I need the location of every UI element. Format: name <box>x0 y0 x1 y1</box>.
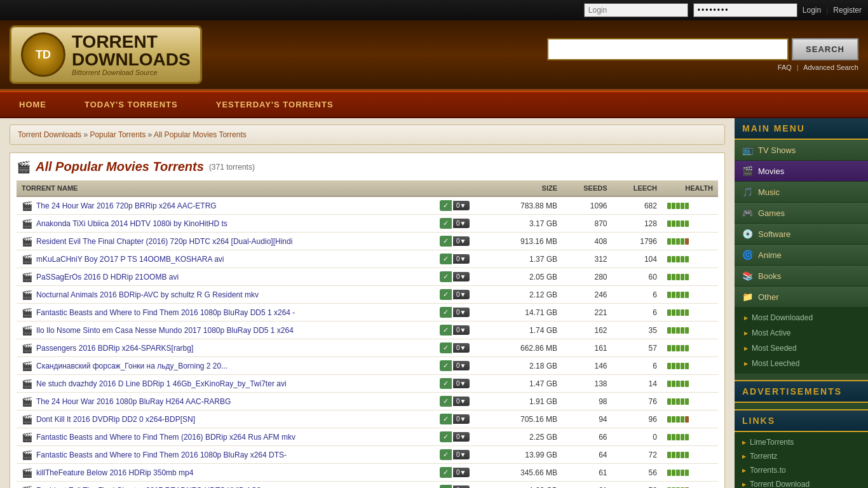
check-button[interactable]: ✓ <box>440 236 452 247</box>
download-button[interactable]: 0▼ <box>453 236 469 246</box>
health-seg <box>667 220 671 227</box>
link-torrents-to[interactable]: Torrents.to <box>735 463 868 477</box>
download-button[interactable]: 0▼ <box>453 432 469 442</box>
check-button[interactable]: ✓ <box>440 449 452 460</box>
torrent-link[interactable]: killTheFeature Below 2016 HDRip 350mb mp… <box>36 468 193 477</box>
download-button[interactable]: 0▼ <box>453 254 469 264</box>
download-button[interactable]: 0▼ <box>453 379 469 388</box>
download-button[interactable]: 0▼ <box>453 468 469 477</box>
check-button[interactable]: ✓ <box>440 307 452 318</box>
breadcrumb-home[interactable]: Torrent Downloads <box>18 130 81 139</box>
download-button[interactable]: 0▼ <box>453 343 469 353</box>
download-button[interactable]: 0▼ <box>453 450 469 459</box>
torrent-link[interactable]: PaSSagErOs 2016 D HDRip 21OOMB avi <box>36 273 179 281</box>
search-input[interactable] <box>547 38 789 60</box>
leech-cell: 104 <box>613 250 662 268</box>
torrent-link[interactable]: Скандинавский форсаж_Гонки на льду_Borni… <box>36 362 227 370</box>
torrent-link[interactable]: The 24 Hour War 2016 1080p BluRay H264 A… <box>36 397 231 406</box>
check-button[interactable]: ✓ <box>440 485 452 488</box>
health-cell <box>662 357 718 375</box>
torrent-name-cell: 🎬 Resident Evil The Final Chapter (2016)… <box>17 233 435 250</box>
torrent-link[interactable]: Fantastic Beasts and Where to Find Them … <box>36 433 295 442</box>
download-button[interactable]: 0▼ <box>453 201 469 210</box>
action-cell: ✓ 0▼ <box>435 268 493 286</box>
sidebar-item-other[interactable]: 📁Other <box>735 287 868 308</box>
breadcrumb-sep2: » <box>148 130 154 139</box>
download-button[interactable]: 0▼ <box>453 414 469 424</box>
register-button[interactable]: Register <box>833 6 862 15</box>
check-button[interactable]: ✓ <box>440 378 452 389</box>
health-seg <box>685 345 689 351</box>
check-button[interactable]: ✓ <box>440 200 452 211</box>
torrent-link[interactable]: Dont Kill It 2016 DVDRip DD2 0 x264-BDP[… <box>36 415 195 424</box>
download-button[interactable]: 0▼ <box>453 290 469 299</box>
leech-cell: 6 <box>613 286 662 304</box>
torrent-link[interactable]: Resident Evil The Final Chapter (2016) 7… <box>36 237 292 246</box>
link-torrent-download[interactable]: Torrent Download <box>735 477 868 488</box>
sidebar-item-anime[interactable]: 🌀Anime <box>735 245 868 266</box>
download-button[interactable]: 0▼ <box>453 272 469 281</box>
download-button[interactable]: 0▼ <box>453 219 469 228</box>
nav-yesterday[interactable]: YESTERDAY'S TORRENTS <box>197 92 353 117</box>
check-button[interactable]: ✓ <box>440 325 452 336</box>
search-button[interactable]: SEARCH <box>792 38 858 60</box>
sidebar-most-seeded[interactable]: Most Seeded <box>735 341 868 356</box>
health-seg <box>681 363 684 369</box>
torrent-link[interactable]: Ne stuch dvazhdy 2016 D Line BDRip 1 46G… <box>36 379 287 388</box>
main-layout: Torrent Downloads » Popular Torrents » A… <box>0 118 868 488</box>
sidebar-most-active[interactable]: Most Active <box>735 325 868 341</box>
sidebar-item-books[interactable]: 📚Books <box>735 266 868 287</box>
check-button[interactable]: ✓ <box>440 360 452 371</box>
torrent-link[interactable]: Resident Evil The Final Chapter 2017 REA… <box>36 486 261 489</box>
check-button[interactable]: ✓ <box>440 414 452 424</box>
sidebar-item-games[interactable]: 🎮Games <box>735 203 868 224</box>
torrent-link[interactable]: Nocturnal Animals 2016 BDRip-AVC by schu… <box>36 290 259 299</box>
check-button[interactable]: ✓ <box>440 218 452 229</box>
torrent-link[interactable]: Ilo Ilo Nsome Sinto em Casa Nesse Mundo … <box>36 326 294 335</box>
download-button[interactable]: 0▼ <box>453 325 469 335</box>
check-button[interactable]: ✓ <box>440 289 452 300</box>
nav-home[interactable]: HOME <box>0 92 65 117</box>
download-button[interactable]: 0▼ <box>453 396 469 406</box>
health-seg <box>685 256 689 262</box>
check-button[interactable]: ✓ <box>440 342 452 353</box>
sidebar-label-other: Other <box>758 292 779 302</box>
check-button[interactable]: ✓ <box>440 271 452 282</box>
sidebar-item-tv-shows[interactable]: 📺TV Shows <box>735 140 868 161</box>
nav-bar: HOME TODAY'S TORRENTS YESTERDAY'S TORREN… <box>0 91 868 118</box>
sidebar-most-downloaded[interactable]: Most Downloaded <box>735 310 868 325</box>
sidebar-item-movies[interactable]: 🎬Movies <box>735 161 868 182</box>
check-button[interactable]: ✓ <box>440 467 452 478</box>
torrent-link[interactable]: Fantastic Beasts and Where to Find Them … <box>36 451 287 459</box>
row-film-icon: 🎬 <box>22 414 32 424</box>
link-torrentz[interactable]: Torrentz <box>735 449 868 463</box>
torrent-link[interactable]: Fantastic Beasts and Where to Find Them … <box>36 308 295 317</box>
check-button[interactable]: ✓ <box>440 254 452 264</box>
breadcrumb-popular[interactable]: Popular Torrents <box>90 130 146 139</box>
breadcrumb-current[interactable]: All Popular Movies Torrents <box>154 130 247 139</box>
check-button[interactable]: ✓ <box>440 396 452 407</box>
sidebar-most-leeched[interactable]: Most Leeched <box>735 356 868 371</box>
torrent-link[interactable]: The 24 Hour War 2016 720p BRRip x264 AAC… <box>36 201 217 210</box>
download-button[interactable]: 0▼ <box>453 308 469 317</box>
link-limetorrents[interactable]: LimeTorrents <box>735 435 868 449</box>
login-button[interactable]: Login <box>803 6 821 15</box>
torrent-link[interactable]: Passengers 2016 BDRip x264-SPARKS[rarbg] <box>36 344 193 353</box>
login-input[interactable] <box>584 3 688 17</box>
torrent-link[interactable]: Anakonda TiXi Ubiica 2014 HDTV 1080i by … <box>36 219 227 228</box>
sidebar-item-software[interactable]: 💿Software <box>735 224 868 245</box>
download-button[interactable]: 0▼ <box>453 485 469 488</box>
download-button[interactable]: 0▼ <box>453 361 469 370</box>
sidebar-icon-movies: 🎬 <box>742 166 753 176</box>
nav-today[interactable]: TODAY'S TORRENTS <box>65 92 197 117</box>
check-button[interactable]: ✓ <box>440 431 452 442</box>
torrent-link[interactable]: mKuLaCHniY Boy 2O17 P TS 14OOMB_KOSHARA … <box>36 255 224 264</box>
faq-link[interactable]: FAQ <box>778 64 792 71</box>
row-film-icon: 🎬 <box>22 379 32 389</box>
size-cell: 705.16 MB <box>493 410 562 428</box>
sidebar-icon-anime: 🌀 <box>742 250 753 260</box>
advanced-search-link[interactable]: Advanced Search <box>803 64 858 71</box>
search-links: FAQ | Advanced Search <box>778 64 858 71</box>
sidebar-item-music[interactable]: 🎵Music <box>735 182 868 203</box>
password-input[interactable] <box>693 3 797 17</box>
